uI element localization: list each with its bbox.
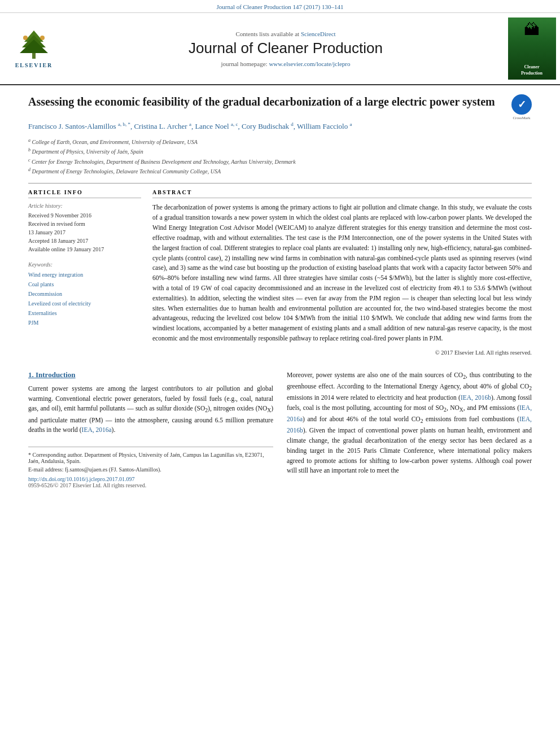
body-two-col: 1. Introduction Current power systems ar… [28,370,532,488]
abstract-header: ABSTRACT [152,189,532,198]
article-history-label: Article history: [28,203,141,209]
email-note: (FJ. Santos-Alamillos). [109,466,161,473]
copyright-line: © 2017 Elsevier Ltd. All rights reserved… [152,350,532,356]
corresponding-footnote: * Corresponding author. Department of Ph… [28,452,273,464]
journal-homepage-line: journal homepage: www.elsevier.com/locat… [221,60,351,67]
svg-point-4 [23,36,28,40]
article-content-area: Assessing the economic feasibility of th… [0,85,560,361]
intro-paragraph-1: Current power systems are among the larg… [28,384,273,435]
sciencedirect-link[interactable]: ScienceDirect [301,30,336,37]
keyword-2: Coal plants [28,279,141,289]
crossmark-symbol: ✓ [518,98,526,111]
affiliation-c: c Center for Energy Technologies, Depart… [28,157,532,167]
main-body-content: 1. Introduction Current power systems ar… [0,361,560,494]
intro-paragraph-2: Moreover, power systems are also one of … [287,370,532,476]
sciencedirect-label: Contents lists available at [235,30,299,37]
badge-mountain-icon: 🏔 [508,20,556,39]
affiliations: a College of Earth, Ocean, and Environme… [28,137,532,176]
body-col-left: 1. Introduction Current power systems ar… [28,370,273,488]
ref-iea-2016b-1[interactable]: IEA, 2016b [461,394,491,401]
article-title-row: Assessing the economic feasibility of th… [28,94,532,120]
crossmark-area: ✓ CrossMark [511,94,532,120]
journal-citation-text: Journal of Cleaner Production 147 (2017)… [217,3,344,10]
section-divider [28,183,532,184]
author4-affil: d [291,121,294,127]
received-revised-label: Received in revised form [28,220,141,228]
affiliation-d: d Department of Energy Technologies, Del… [28,167,532,176]
crossmark-label: CrossMark [513,116,530,120]
homepage-link[interactable]: www.elsevier.com/locate/jclepro [269,60,350,67]
author2-affil: a [189,121,191,127]
keyword-3: Decommission [28,289,141,299]
keyword-6: PJM [28,318,141,327]
body-col-right: Moreover, power systems are also one of … [287,370,532,488]
received-date: Received 9 November 2016 [28,211,141,220]
article-info-col: ARTICLE INFO Article history: Received 9… [28,189,141,355]
affiliation-a: a College of Earth, Ocean, and Environme… [28,137,532,147]
elsevier-tree-icon [14,29,54,60]
elsevier-logo: ELSEVIER [14,29,54,68]
ref-iea-2016b-2[interactable]: IEA, 2016b [287,416,532,434]
author3-affil: a, c [231,121,238,127]
cleaner-production-badge-area: 🏔 CleanerProduction [504,18,560,80]
crossmark-badge[interactable]: ✓ CrossMark [511,94,532,120]
author5-affil: a [349,121,352,127]
doi-line: http://dx.doi.org/10.1016/j.jclepro.2017… [28,476,273,488]
author1-affil: a, b, * [118,121,130,127]
journal-citation-bar: Journal of Cleaner Production 147 (2017)… [0,0,560,13]
authors-text: Francisco J. Santos-Alamillos a, b, *, C… [28,122,352,130]
journal-name: Journal of Cleaner Production [189,40,383,57]
doi-link[interactable]: http://dx.doi.org/10.1016/j.jclepro.2017… [28,476,134,482]
sciencedirect-line: Contents lists available at ScienceDirec… [235,30,335,37]
journal-title-area: Contents lists available at ScienceDirec… [68,18,504,80]
cleaner-production-badge: 🏔 CleanerProduction [508,18,556,80]
ref-iea-2016a-2[interactable]: IEA, 2016a [287,404,532,422]
email-footnote: E-mail address: fj.santos@ujaen.es (FJ. … [28,466,273,473]
footnote-area: * Corresponding author. Department of Ph… [28,447,273,473]
elsevier-wordmark: ELSEVIER [15,62,53,68]
abstract-text: The decarbonization of power systems is … [152,203,532,343]
keyword-1: Wind energy integration [28,270,141,279]
journal-header: ELSEVIER Contents lists available at Sci… [0,13,560,85]
crossmark-circle-icon: ✓ [511,94,532,115]
badge-text: CleanerProduction [521,64,542,76]
elsevier-logo-area: ELSEVIER [0,18,68,80]
keywords-label: Keywords: [28,261,141,268]
email-link[interactable]: fj.santos@ujaen.es [65,466,107,473]
article-title: Assessing the economic feasibility of th… [28,94,506,109]
keyword-5: Externalities [28,308,141,318]
authors-line: Francisco J. Santos-Alamillos a, b, *, C… [28,120,532,133]
abstract-col: ABSTRACT The decarbonization of power sy… [152,189,532,355]
article-info-abstract-row: ARTICLE INFO Article history: Received 9… [28,189,532,355]
affiliation-b: b Department of Physics, University of J… [28,147,532,156]
article-info-header: ARTICLE INFO [28,189,141,198]
revised-date: 13 January 2017 [28,228,141,237]
issn-text: 0959-6526/© 2017 Elsevier Ltd. All right… [28,482,273,488]
online-date: Available online 19 January 2017 [28,245,141,254]
ref-iea-2016a-1[interactable]: IEA, 2016a [82,426,112,433]
svg-point-5 [40,36,45,40]
accepted-date: Accepted 18 January 2017 [28,237,141,245]
section-1-title: 1. Introduction [28,370,273,379]
keywords-list: Wind energy integration Coal plants Deco… [28,270,141,327]
keyword-4: Levelized cost of electricity [28,299,141,308]
homepage-label: journal homepage: [221,60,268,67]
